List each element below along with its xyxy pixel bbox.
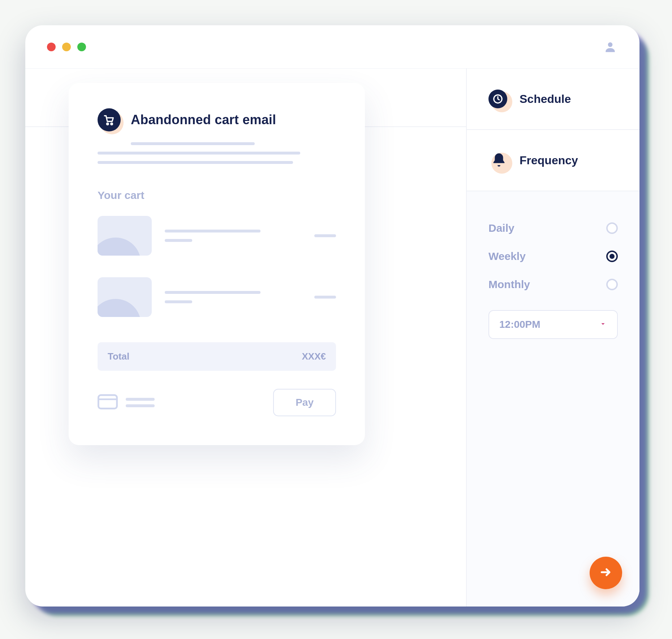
window-controls — [47, 43, 86, 51]
price-placeholder — [314, 234, 336, 237]
frequency-options: Daily Weekly Monthly 12:00P — [467, 191, 639, 607]
cart-list — [98, 216, 336, 317]
your-cart-label: Your cart — [98, 189, 336, 201]
schedule-label: Schedule — [520, 92, 571, 106]
email-title: Abandonned cart email — [131, 112, 276, 127]
total-label: Total — [108, 351, 129, 362]
frequency-label: Frequency — [520, 154, 578, 167]
email-preview-pane: Abandonned cart email Your cart — [25, 69, 466, 607]
app-window: Abandonned cart email Your cart — [25, 25, 639, 607]
titlebar — [25, 25, 639, 69]
time-select[interactable]: 12:00PM — [488, 310, 618, 339]
chevron-down-icon — [599, 319, 607, 330]
image-placeholder — [98, 277, 152, 317]
image-placeholder — [98, 216, 152, 256]
email-card: Abandonned cart email Your cart — [69, 83, 365, 445]
total-row: Total XXX€ — [98, 342, 336, 371]
user-icon[interactable] — [603, 39, 618, 55]
list-item — [98, 216, 336, 256]
credit-card-icon — [98, 394, 118, 411]
arrow-right-icon — [599, 565, 613, 581]
settings-panel: Schedule — [466, 69, 639, 607]
svg-point-0 — [608, 42, 613, 47]
payment-method — [98, 394, 155, 411]
frequency-option-daily[interactable]: Daily — [488, 222, 618, 234]
price-placeholder — [314, 296, 336, 299]
next-button[interactable] — [590, 557, 622, 589]
svg-rect-3 — [98, 395, 117, 408]
clock-icon — [488, 90, 507, 108]
time-value: 12:00PM — [499, 319, 540, 330]
placeholder-line — [131, 142, 255, 145]
pay-button[interactable]: Pay — [273, 389, 336, 416]
placeholder-line — [98, 161, 293, 164]
list-item — [98, 277, 336, 317]
bell-icon — [488, 150, 509, 171]
radio-unchecked-icon[interactable] — [606, 279, 618, 290]
close-icon[interactable] — [47, 43, 56, 51]
schedule-heading[interactable]: Schedule — [488, 88, 618, 109]
minimize-icon[interactable] — [62, 43, 71, 51]
cart-icon — [98, 108, 121, 131]
frequency-heading[interactable]: Frequency — [488, 150, 618, 171]
radio-unchecked-icon[interactable] — [606, 222, 618, 234]
maximize-icon[interactable] — [77, 43, 86, 51]
svg-point-1 — [107, 123, 108, 125]
svg-point-2 — [111, 123, 113, 125]
frequency-option-weekly[interactable]: Weekly — [488, 250, 618, 262]
total-value: XXX€ — [302, 351, 326, 362]
placeholder-line — [98, 152, 300, 155]
radio-checked-icon[interactable] — [606, 251, 618, 262]
frequency-option-monthly[interactable]: Monthly — [488, 278, 618, 291]
